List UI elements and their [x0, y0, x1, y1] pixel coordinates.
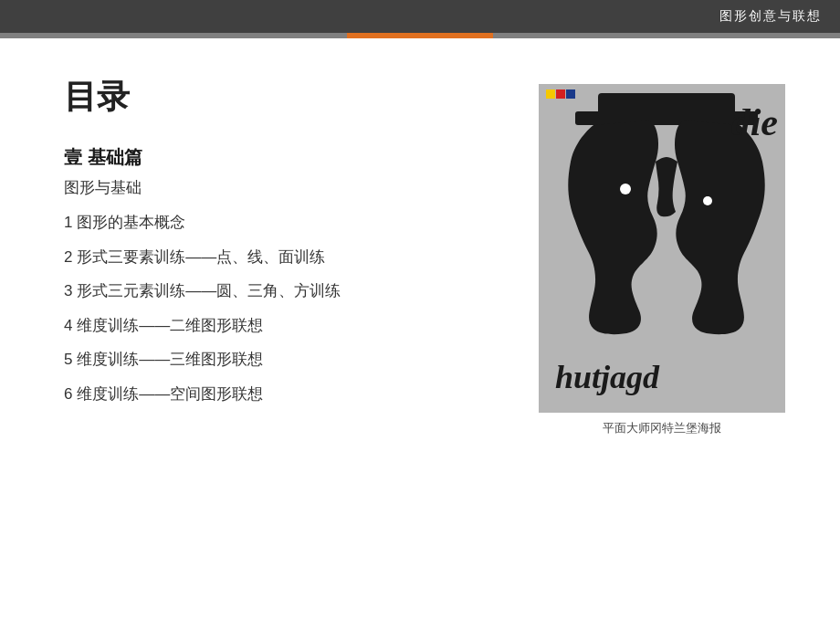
toc-item-5: 5 维度训练——三维图形联想 [64, 348, 493, 372]
header-title: 图形创意与联想 [719, 8, 822, 25]
toc-item-6: 6 维度训练——空间图形联想 [64, 383, 493, 406]
header-bar: 图形创意与联想 [0, 0, 840, 33]
section-heading: 壹 基础篇 [64, 145, 493, 170]
svg-rect-1 [598, 93, 735, 119]
sub-heading: 图形与基础 [64, 177, 493, 198]
right-column: Hessisches StaatsTheater Wiesbaden [530, 75, 794, 593]
toc-item-1: 1 图形的基本概念 [64, 211, 493, 235]
svg-point-3 [703, 196, 712, 205]
toc-item-4: 4 维度训练——二维图形联想 [64, 314, 493, 338]
page-title: 目录 [64, 75, 493, 120]
toc-item-2: 2 形式三要素训练——点、线、面训练 [64, 246, 493, 269]
poster-hutjagd-text: hutjagd [555, 358, 659, 396]
left-column: 目录 壹 基础篇 图形与基础 1 图形的基本概念 2 形式三要素训练——点、线、… [64, 75, 493, 593]
toc-item-3: 3 形式三元素训练——圆、三角、方训练 [64, 279, 493, 303]
poster-bg: Hessisches StaatsTheater Wiesbaden [539, 84, 785, 413]
poster-die-text: die [731, 100, 778, 144]
poster-caption: 平面大师冈特兰堡海报 [603, 420, 721, 436]
svg-point-2 [620, 184, 631, 194]
main-content: 目录 壹 基础篇 图形与基础 1 图形的基本概念 2 形式三要素训练——点、线、… [0, 38, 840, 630]
poster-image: Hessisches StaatsTheater Wiesbaden [539, 84, 785, 413]
